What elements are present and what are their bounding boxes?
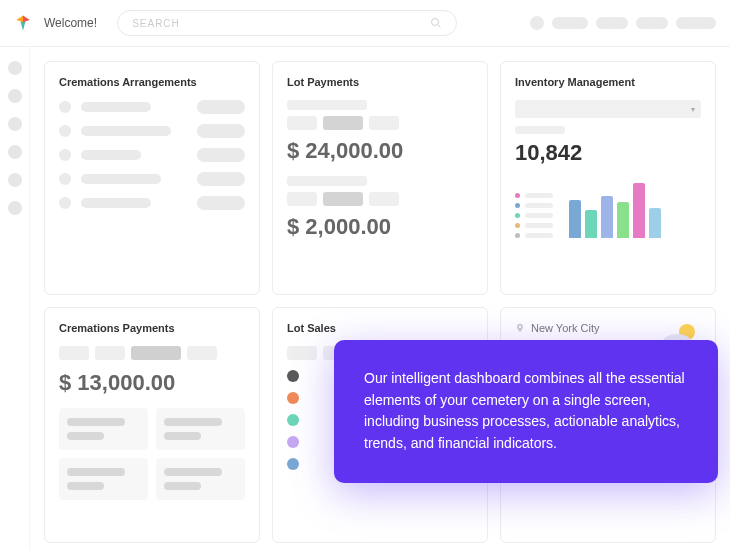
sidebar-item[interactable]: [8, 201, 22, 215]
card-title: Lot Sales: [287, 322, 473, 334]
card-title: Cremations Payments: [59, 322, 245, 334]
header-skeleton: [530, 16, 544, 30]
legend-item: [515, 193, 553, 198]
popup-text: Our intelligent dashboard combines all t…: [364, 370, 685, 451]
sidebar-item[interactable]: [8, 173, 22, 187]
skeleton-block: [323, 116, 363, 130]
header-skeleton: [636, 17, 668, 29]
skeleton-dot: [59, 173, 71, 185]
legend-dot: [515, 223, 520, 228]
weather-location: New York City: [531, 322, 599, 334]
skeleton-block: [131, 346, 181, 360]
skeleton-block: [95, 346, 125, 360]
status-dot: [287, 436, 299, 448]
skeleton-block: [369, 116, 399, 130]
status-dot: [287, 370, 299, 382]
search-input[interactable]: [132, 18, 422, 29]
mini-card: [156, 408, 245, 450]
skeleton-bar: [164, 468, 222, 476]
skeleton-bar: [81, 174, 161, 184]
skeleton-pill: [197, 100, 245, 114]
chart-bar: [601, 196, 613, 238]
skeleton-pill: [197, 124, 245, 138]
skeleton-block: [323, 192, 363, 206]
skeleton-bar: [164, 432, 201, 440]
chart-bar: [633, 183, 645, 238]
skeleton-bar: [67, 418, 125, 426]
sidebar-item[interactable]: [8, 89, 22, 103]
legend-dot: [515, 193, 520, 198]
skeleton-dot: [59, 125, 71, 137]
mini-card: [59, 458, 148, 500]
legend-item: [515, 213, 553, 218]
skeleton-bar: [287, 100, 367, 110]
skeleton-bar: [81, 102, 151, 112]
search-box[interactable]: [117, 10, 457, 36]
status-dot: [287, 458, 299, 470]
lot-payments-value-2: $ 2,000.00: [287, 214, 473, 240]
welcome-text: Welcome!: [44, 16, 97, 30]
card-cremations-payments: Cremations Payments $ 13,000.00: [44, 307, 260, 543]
skeleton-bar: [81, 150, 141, 160]
legend-bar: [525, 213, 553, 218]
card-inventory: Inventory Management ▾ 10,842: [500, 61, 716, 295]
info-popup: Our intelligent dashboard combines all t…: [334, 340, 718, 483]
legend-bar: [525, 203, 553, 208]
legend-bar: [525, 223, 553, 228]
skeleton-bar: [164, 418, 222, 426]
skeleton-bar: [67, 482, 104, 490]
skeleton-block: [287, 192, 317, 206]
sidebar-item[interactable]: [8, 117, 22, 131]
mini-card: [156, 458, 245, 500]
sidebar-item[interactable]: [8, 145, 22, 159]
card-title: Cremations Arrangements: [59, 76, 245, 88]
chart-bars: [569, 178, 661, 238]
chevron-down-icon: ▾: [691, 105, 695, 114]
card-cremations-arrangements: Cremations Arrangements: [44, 61, 260, 295]
skeleton-block: [187, 346, 217, 360]
search-icon: [430, 17, 442, 29]
skeleton-block: [369, 192, 399, 206]
legend-dot: [515, 203, 520, 208]
header-skeleton: [552, 17, 588, 29]
chart-bar: [617, 202, 629, 238]
card-lot-payments: Lot Payments $ 24,000.00 $ 2,000.00: [272, 61, 488, 295]
card-title: Lot Payments: [287, 76, 473, 88]
skeleton-bar: [287, 176, 367, 186]
skeleton-block: [287, 346, 317, 360]
sidebar: [0, 47, 30, 550]
inventory-value: 10,842: [515, 140, 701, 166]
svg-point-0: [432, 19, 439, 26]
skeleton-pill: [197, 196, 245, 210]
skeleton-block: [59, 346, 89, 360]
skeleton-bar: [81, 198, 151, 208]
header-skeleton: [596, 17, 628, 29]
header-actions: [530, 16, 716, 30]
mini-card: [59, 408, 148, 450]
chart-bar: [649, 208, 661, 238]
skeleton-pill: [197, 148, 245, 162]
skeleton-bar: [515, 126, 565, 134]
legend-item: [515, 223, 553, 228]
card-title: Inventory Management: [515, 76, 701, 88]
cremations-payments-value: $ 13,000.00: [59, 370, 245, 396]
legend-bar: [525, 193, 553, 198]
legend-dot: [515, 233, 520, 238]
skeleton-dot: [59, 197, 71, 209]
pin-icon: [515, 323, 525, 333]
legend-dot: [515, 213, 520, 218]
status-dot: [287, 392, 299, 404]
skeleton-pill: [197, 172, 245, 186]
inventory-chart: [515, 178, 701, 238]
sidebar-item[interactable]: [8, 61, 22, 75]
inventory-select[interactable]: ▾: [515, 100, 701, 118]
app-logo: [14, 14, 32, 32]
skeleton-block: [287, 116, 317, 130]
header-skeleton: [676, 17, 716, 29]
skeleton-bar: [81, 126, 171, 136]
status-dot: [287, 414, 299, 426]
chart-bar: [569, 200, 581, 238]
legend-item: [515, 203, 553, 208]
app-header: Welcome!: [0, 0, 730, 47]
lot-payments-value-1: $ 24,000.00: [287, 138, 473, 164]
